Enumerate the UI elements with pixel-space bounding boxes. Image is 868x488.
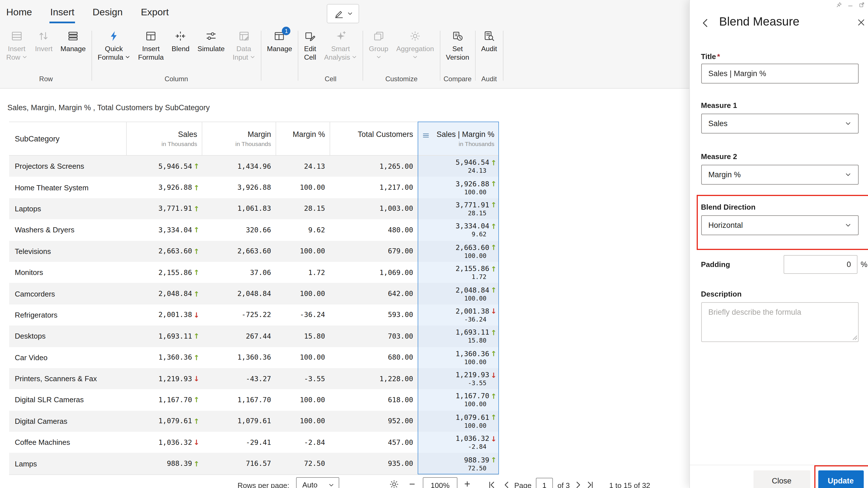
- cell-subcategory: Camcorders: [9, 283, 126, 304]
- page-number-input[interactable]: [536, 478, 553, 488]
- insert-formula-icon: [145, 30, 157, 42]
- cell-total-customers: 680.00: [330, 347, 418, 368]
- ribbon-tab-insert[interactable]: Insert: [50, 6, 75, 23]
- down-arrow-icon: ↓: [489, 434, 497, 443]
- ribbon-button-edit-cell[interactable]: EditCell: [300, 29, 320, 63]
- zoom-in-button[interactable]: +: [464, 478, 470, 488]
- rows-per-page-select[interactable]: Auto: [296, 477, 339, 488]
- ribbon-button-smart-analysis[interactable]: SmartAnalysis: [320, 29, 361, 63]
- cell-blend: 2,048.84↑ 100.00: [418, 283, 499, 304]
- table-row[interactable]: Projectors & Screens 5,946.54↑ 1,434.96 …: [9, 156, 499, 177]
- table-row[interactable]: Home Theater System 3,926.88↑ 3,926.88 1…: [9, 177, 499, 198]
- resize-handle-icon[interactable]: [852, 335, 857, 340]
- table-row[interactable]: Printers, Scanners & Fax 1,219.93↓ -43.2…: [9, 368, 499, 389]
- cell-total-customers: 1,265.00: [330, 156, 418, 177]
- ribbon-button-group[interactable]: Group: [365, 29, 392, 63]
- measure2-select[interactable]: Margin %: [701, 165, 858, 185]
- ribbon-button-quick-formula[interactable]: QuickFormula: [94, 29, 134, 63]
- last-page-button[interactable]: [586, 481, 594, 488]
- column-header-margin_pct[interactable]: Margin %: [276, 122, 330, 155]
- ribbon-button-manage[interactable]: Manage: [57, 29, 90, 54]
- ribbon-group-label: Compare: [442, 75, 473, 88]
- cell-subcategory: Televisions: [9, 240, 126, 262]
- ribbon-tab-export[interactable]: Export: [141, 6, 169, 23]
- cell-total-customers: 593.00: [330, 304, 418, 326]
- ribbon-button-simulate[interactable]: Simulate: [193, 29, 229, 54]
- pin-icon[interactable]: [836, 2, 842, 8]
- up-arrow-icon: ↑: [192, 353, 199, 362]
- column-header-customers[interactable]: Total Customers: [330, 122, 418, 155]
- ribbon-tab-design[interactable]: Design: [92, 6, 123, 23]
- cell-sales: 2,155.86↑: [126, 262, 202, 283]
- column-header-blend[interactable]: Sales | Margin %in Thousands: [418, 122, 499, 155]
- description-textarea[interactable]: [701, 302, 858, 342]
- settings-gear-icon[interactable]: [389, 480, 399, 488]
- ribbon-button-set-version[interactable]: SetVersion: [442, 29, 473, 63]
- up-arrow-icon: ↑: [489, 286, 497, 294]
- ribbon-button-data-input[interactable]: DataInput: [229, 29, 259, 63]
- table-row[interactable]: Monitors 2,155.86↑ 37.06 1.72 1,069.00 2…: [9, 262, 499, 283]
- update-button[interactable]: Update: [818, 470, 864, 488]
- cell-margin-pct: -3.55: [276, 368, 330, 389]
- up-arrow-icon: ↑: [489, 456, 497, 464]
- cell-blend: 2,155.86↑ 1.72: [418, 262, 499, 283]
- column-header-subcategory[interactable]: SubCategory: [9, 122, 126, 155]
- table-row[interactable]: Lamps 988.39↑ 716.57 72.50 935.00 988.39…: [9, 453, 499, 475]
- table-row[interactable]: Camcorders 2,048.84↑ 2,048.84 100.00 642…: [9, 283, 499, 304]
- zoom-out-button[interactable]: −: [409, 478, 415, 488]
- padding-input[interactable]: [783, 255, 857, 274]
- ribbon-group-label: [263, 75, 296, 88]
- column-header-sales[interactable]: Salesin Thousands: [126, 122, 202, 155]
- table-row[interactable]: Digital SLR Cameras 1,167.70↑ 1,167.70 1…: [9, 389, 499, 411]
- cell-margin: 1,167.70: [202, 389, 276, 411]
- table-row[interactable]: Washers & Dryers 3,334.04↑ 320.66 9.62 4…: [9, 219, 499, 240]
- column-unit-label: in Thousands: [161, 140, 197, 147]
- measure1-select[interactable]: Sales: [701, 113, 858, 133]
- ribbon-button-insert-formula[interactable]: InsertFormula: [134, 29, 167, 63]
- table-row[interactable]: Televisions 2,663.60↑ 2,663.60 100.00 67…: [9, 240, 499, 262]
- cell-margin: 1,360.36: [202, 347, 276, 368]
- previous-page-button[interactable]: [502, 481, 511, 488]
- ribbon-button-insert-row[interactable]: InsertRow: [2, 29, 31, 63]
- table-row[interactable]: Digital Cameras 1,079.61↑ 1,079.61 100.0…: [9, 411, 499, 432]
- table-row[interactable]: Coffee Machines 1,036.32↓ -29.41 -2.84 4…: [9, 432, 499, 453]
- simulate-icon: [205, 30, 217, 42]
- title-input[interactable]: [701, 64, 858, 84]
- ribbon-button-manage[interactable]: 1Manage: [263, 29, 296, 54]
- up-arrow-icon: ↑: [192, 226, 199, 234]
- cell-margin: 267.44: [202, 326, 276, 347]
- table-row[interactable]: Car Video 1,360.36↑ 1,360.36 100.00 680.…: [9, 347, 499, 368]
- close-panel-button[interactable]: [856, 18, 866, 27]
- back-button[interactable]: [700, 18, 711, 28]
- table-row[interactable]: Laptops 3,771.91↑ 1,061.83 28.15 1,003.0…: [9, 198, 499, 220]
- cell-sales: 2,663.60↑: [126, 240, 202, 262]
- column-header-margin[interactable]: Marginin Thousands: [202, 122, 276, 155]
- next-page-button[interactable]: [574, 481, 583, 488]
- blend-direction-select[interactable]: Horizontal: [701, 215, 858, 235]
- first-page-button[interactable]: [488, 481, 496, 488]
- close-button[interactable]: Close: [753, 470, 810, 488]
- popout-icon[interactable]: [858, 2, 865, 8]
- down-arrow-icon: ↓: [489, 371, 497, 379]
- ribbon-group-label: Cell: [300, 75, 361, 88]
- ribbon-button-blend[interactable]: Blend: [167, 29, 193, 54]
- drag-handle-icon[interactable]: [422, 132, 430, 139]
- ribbon-tab-home[interactable]: Home: [6, 6, 33, 23]
- ribbon-button-audit[interactable]: Audit: [477, 29, 501, 54]
- cell-sales: 1,219.93↓: [126, 368, 202, 389]
- cell-sales: 1,167.70↑: [126, 389, 202, 411]
- cell-subcategory: Desktops: [9, 326, 126, 347]
- ribbon-separator: [475, 31, 475, 81]
- table-row[interactable]: Refrigerators 2,001.38↓ -725.22 -36.24 5…: [9, 304, 499, 326]
- edit-dropdown-button[interactable]: [327, 4, 359, 23]
- cell-sales: 3,771.91↑: [126, 198, 202, 220]
- content-area: Sales, Margin, Margin % , Total Customer…: [0, 89, 689, 488]
- ribbon-button-invert[interactable]: Invert: [31, 29, 57, 54]
- ribbon-button-aggregation[interactable]: Aggregation: [392, 29, 438, 63]
- table-row[interactable]: Desktops 1,693.11↑ 267.44 15.80 703.00 1…: [9, 326, 499, 347]
- cell-margin-pct: -2.84: [276, 432, 330, 453]
- page-count-label: of 3: [557, 481, 570, 488]
- ribbon: HomeInsertDesignExport InsertRow Invert …: [0, 0, 689, 89]
- minimize-icon[interactable]: [847, 2, 853, 8]
- cell-sales: 3,926.88↑: [126, 177, 202, 198]
